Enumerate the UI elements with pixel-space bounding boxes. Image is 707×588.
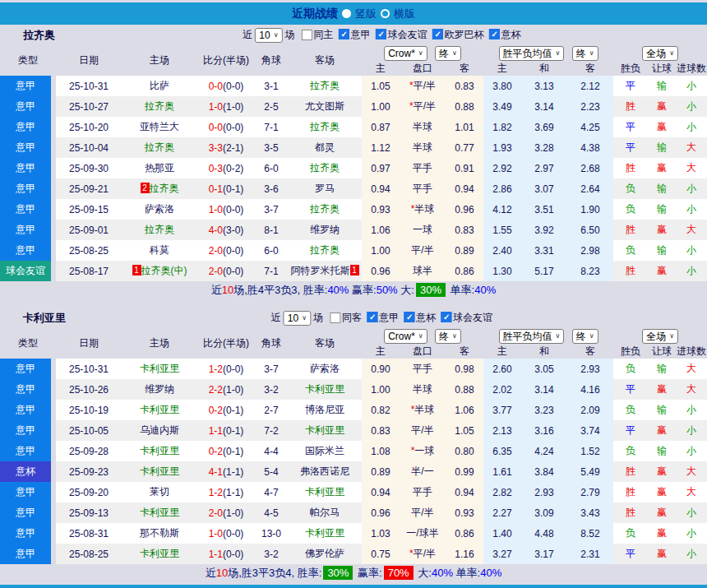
handicap-line: 半/一 — [400, 461, 446, 482]
chevron-down-icon: ∨ — [556, 330, 561, 343]
team-link[interactable]: 维罗纳 — [145, 383, 174, 395]
halftime-score: (0-0) — [223, 81, 243, 92]
vertical-layout-radio[interactable] — [342, 9, 351, 18]
bookmaker-select[interactable]: Crow*∨ — [384, 329, 427, 344]
recent-count-select[interactable]: 10∨ — [284, 311, 311, 326]
halftime-score: (0-0) — [223, 266, 243, 277]
team-link[interactable]: 卡利亚里 — [305, 383, 344, 395]
competition-checkbox[interactable] — [441, 312, 451, 322]
same-venue-checkbox[interactable] — [330, 313, 340, 323]
team-link[interactable]: 卡利亚里 — [140, 507, 179, 518]
team-link[interactable]: 拉齐奥(中) — [141, 265, 187, 276]
competition-checkbox[interactable] — [432, 29, 443, 39]
team-link[interactable]: 佛罗伦萨 — [305, 548, 344, 559]
team-link[interactable]: 拉齐奥 — [310, 121, 340, 132]
chevron-down-icon: ∨ — [589, 330, 594, 343]
team-link[interactable]: 罗马 — [315, 183, 335, 194]
team-link[interactable]: 拉齐奥 — [310, 244, 340, 256]
wdl-average-select[interactable]: 胜平负均值∨ — [499, 329, 565, 344]
subcol-ah-home: 主 — [362, 62, 400, 76]
team-link[interactable]: 拉齐奥 — [150, 183, 179, 194]
team-link[interactable]: 卡利亚里 — [140, 363, 179, 374]
eu-odds-draw: 3.16 — [521, 420, 567, 441]
wdl-average-select[interactable]: 胜平负均值∨ — [499, 46, 565, 61]
competition-checkbox[interactable] — [489, 29, 500, 39]
team-link[interactable]: 卡利亚里 — [140, 445, 179, 456]
team-link[interactable]: 那不勒斯 — [140, 527, 179, 539]
team-link[interactable]: 博洛尼亚 — [305, 404, 344, 415]
eu-odds-home: 3.49 — [483, 96, 521, 117]
halftime-score: (1-0) — [223, 101, 243, 113]
competition-checkbox[interactable] — [376, 29, 386, 39]
fulltime-select[interactable]: 全场∨ — [642, 46, 678, 61]
col-header-score: 比分(半场) — [197, 45, 255, 76]
recent-count-select[interactable]: 10∨ — [255, 28, 282, 43]
halftime-score: (2-1) — [223, 142, 243, 154]
team-link[interactable]: 卡利亚里 — [305, 486, 344, 498]
odds-final-select[interactable]: 终∨ — [435, 329, 461, 344]
competition-checkbox[interactable] — [367, 312, 377, 322]
handicap-line: 平手 — [400, 178, 446, 199]
horizontal-layout-radio[interactable] — [381, 9, 390, 18]
score: 1-0(1-0) — [197, 96, 255, 117]
team-link[interactable]: 科莫 — [150, 244, 169, 256]
team-link[interactable]: 拉齐奥 — [145, 141, 174, 153]
competition-label: 欧罗巴杯 — [445, 29, 484, 40]
summary-part: 70% — [384, 566, 414, 580]
eu-odds-away: 3.43 — [567, 502, 613, 523]
wdl-final-select[interactable]: 终∨ — [572, 46, 598, 61]
handicap-odds-away: 0.94 — [446, 482, 483, 502]
league-badge: 意杯 — [0, 461, 56, 482]
summary-part: 场,胜4平3负3, — [233, 284, 303, 296]
team-link[interactable]: 拉齐奥 — [310, 203, 340, 215]
team-link[interactable]: 帕尔马 — [310, 507, 340, 518]
team-link[interactable]: 乌迪内斯 — [140, 424, 179, 436]
vertical-layout-label: 竖版 — [355, 7, 377, 21]
match-row: 意甲25-10-05乌迪内斯1-1(0-1)7-2卡利亚里0.83平/半1.05… — [0, 420, 707, 441]
team-link[interactable]: 萨索洛 — [145, 203, 174, 215]
team-link[interactable]: 卡利亚里 — [305, 424, 344, 436]
team-link[interactable]: 卡利亚里 — [140, 404, 179, 415]
result-goals: 大 — [676, 137, 707, 158]
same-venue-checkbox[interactable] — [302, 30, 312, 40]
team-link[interactable]: 卡利亚里 — [140, 548, 179, 559]
team-link[interactable]: 尤文图斯 — [305, 100, 344, 112]
result-goals: 大 — [676, 461, 707, 482]
corners: 7-2 — [255, 420, 288, 441]
team-link[interactable]: 比萨 — [150, 80, 169, 91]
fulltime-select[interactable]: 全场∨ — [642, 329, 678, 344]
team-link[interactable]: 拉齐奥 — [310, 80, 340, 91]
result-handicap: 赢 — [648, 261, 676, 281]
eu-odds-draw: 3.92 — [521, 220, 567, 240]
team-link[interactable]: 亚特兰大 — [140, 121, 179, 132]
competition-checkbox[interactable] — [404, 312, 414, 322]
result-handicap: 输 — [648, 137, 676, 158]
wdl-final-select[interactable]: 终∨ — [572, 329, 598, 344]
bookmaker-select[interactable]: Crow*∨ — [384, 46, 427, 61]
team-link[interactable]: 阿特罗米托斯 — [291, 265, 350, 276]
odds-final-select[interactable]: 终∨ — [435, 46, 461, 61]
chevron-down-icon: ∨ — [669, 330, 674, 343]
team-link[interactable]: 维罗纳 — [310, 224, 340, 235]
team-link[interactable]: 拉齐奥 — [145, 100, 174, 112]
team-link[interactable]: 卡利亚里 — [305, 527, 344, 539]
eu-odds-home: 2.02 — [483, 379, 521, 400]
same-venue-label: 同主 — [314, 28, 334, 42]
team-link[interactable]: 莱切 — [150, 486, 169, 498]
fulltime-score: 0-2 — [209, 405, 223, 416]
competition-label: 意杯 — [416, 312, 436, 323]
team-link[interactable]: 拉齐奥 — [310, 162, 340, 174]
team-link[interactable]: 萨索洛 — [310, 363, 340, 374]
team-link[interactable]: 拉齐奥 — [145, 224, 174, 235]
away-team: 都灵 — [288, 137, 362, 158]
team-link[interactable]: 国际米兰 — [305, 445, 344, 456]
handicap-odds-away: 0.88 — [446, 96, 483, 117]
team-link[interactable]: 弗洛西诺尼 — [300, 465, 349, 477]
team-link[interactable]: 卡利亚里 — [140, 465, 179, 477]
col-header-corner: 角球 — [255, 45, 288, 76]
competition-checkbox[interactable] — [339, 29, 349, 39]
team-link[interactable]: 都灵 — [315, 141, 335, 153]
match-row: 意甲25-09-13卡利亚里2-0(1-0)4-5帕尔马0.96平/半0.932… — [0, 502, 707, 523]
handicap-line: 平手 — [400, 359, 446, 379]
team-link[interactable]: 热那亚 — [145, 162, 174, 174]
